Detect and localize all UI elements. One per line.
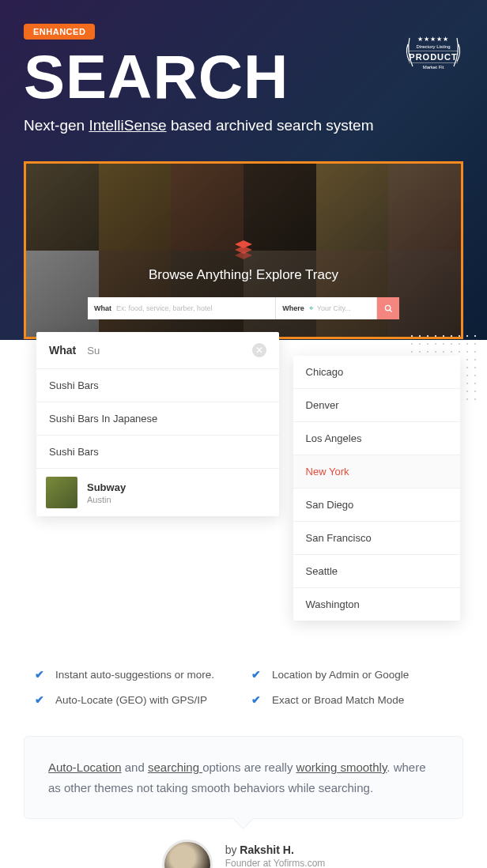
badge-bot-text: Market Fit [409,65,457,70]
feature-item: ✔Instant auto-suggestions or more. [35,668,236,681]
check-icon: ✔ [251,668,261,681]
check-icon: ✔ [251,693,261,706]
browse-title: Browse Anything! Explore Tracy [26,267,461,283]
where-option[interactable]: Seattle [293,555,460,588]
badge-mid-text: PRODUCT [409,51,457,63]
feature-item: ✔Location by Admin or Google [251,668,452,681]
badge-top-text: Directory Listing [409,44,457,49]
where-option[interactable]: Denver [293,389,460,422]
what-dropdown-header: What Su ✕ [36,332,279,369]
suggestion-thumb [46,477,77,508]
enhanced-badge: ENHANCED [24,24,95,40]
what-dropdown-label: What [49,344,76,357]
stack-logo-icon [233,239,254,259]
where-option[interactable]: San Francisco [293,522,460,555]
author-block: by Rakshit H. Founder at Yofirms.com ★ ★… [0,840,487,868]
badge-stars: ★★★★★ [409,36,457,43]
what-dropdown: What Su ✕ Sushi Bars Sushi Bars In Japan… [36,332,279,516]
check-icon: ✔ [35,668,44,681]
what-suggestion[interactable]: Sushi Bars [36,436,279,469]
search-button[interactable] [377,297,399,319]
location-pin-icon: ⌖ [309,304,314,313]
testimonial-text: Auto-Location and searching options are … [48,757,439,798]
author-name: by Rakshit H. [225,843,326,856]
feature-item: ✔Exact or Broad Match Mode [251,693,452,706]
where-placeholder: Your City... [317,304,370,312]
search-what-segment[interactable]: What Ex: food, service, barber, hotel [88,297,276,319]
suggestion-title: Subway [87,481,126,493]
check-icon: ✔ [35,693,44,706]
suggestion-sub: Austin [87,495,126,504]
where-option[interactable]: Washington [293,588,460,621]
author-role: Founder at Yofirms.com [225,858,326,869]
search-bar: What Ex: food, service, barber, hotel Wh… [88,297,399,319]
what-dropdown-input[interactable]: Su [87,345,251,357]
features-grid: ✔Instant auto-suggestions or more. ✔Loca… [0,652,487,730]
where-option[interactable]: San Diego [293,489,460,522]
what-placeholder: Ex: food, service, barber, hotel [116,304,269,312]
svg-point-0 [385,305,390,310]
search-where-segment[interactable]: Where ⌖ Your City... [276,297,377,319]
where-option-selected[interactable]: New York [293,455,460,489]
product-badge: ★★★★★ Directory Listing PRODUCT Market F… [403,22,463,82]
where-option[interactable]: Chicago [293,356,460,389]
feature-item: ✔Auto-Locate (GEO) with GPS/IP [35,693,236,706]
what-suggestion-rich[interactable]: Subway Austin [36,469,279,516]
where-option[interactable]: Los Angeles [293,422,460,455]
page-subtitle: Next-gen IntelliSense based archived sea… [24,117,463,134]
dropdowns-area: What Su ✕ Sushi Bars Sushi Bars In Japan… [0,332,487,652]
avatar [162,840,213,868]
where-label: Where [282,304,304,312]
what-suggestion[interactable]: Sushi Bars In Japanese [36,402,279,436]
what-label: What [94,304,111,312]
where-dropdown: Chicago Denver Los Angeles New York San … [293,356,460,621]
testimonial-card: Auto-Location and searching options are … [24,736,463,819]
page-title: SEARCH [24,46,463,108]
hero: ENHANCED ★★★★★ Directory Listing PRODUCT… [0,0,487,340]
clear-icon[interactable]: ✕ [252,343,266,357]
screenshot-frame: Browse Anything! Explore Tracy What Ex: … [24,161,463,339]
what-suggestion[interactable]: Sushi Bars [36,369,279,402]
